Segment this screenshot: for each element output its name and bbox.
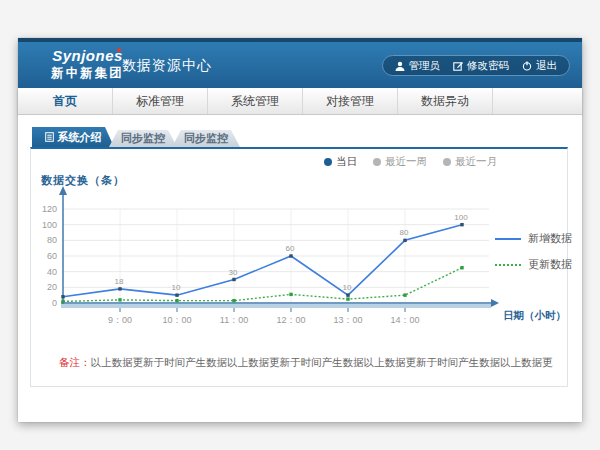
svg-text:日期（小时）: 日期（小时） xyxy=(503,309,566,322)
svg-text:80: 80 xyxy=(400,228,409,237)
range-filter: 当日 最近一周 最近一月 xyxy=(324,155,497,169)
svg-text:60: 60 xyxy=(286,244,295,253)
logo-dot xyxy=(117,48,121,52)
svg-text:18: 18 xyxy=(115,277,124,286)
svg-text:10: 10 xyxy=(343,283,352,292)
solid-line-icon xyxy=(495,238,521,240)
logout-button[interactable]: 退出 xyxy=(522,59,557,73)
edit-icon xyxy=(453,61,463,71)
page-title: 数据资源中心 xyxy=(122,57,212,75)
nav-item-system-mgmt[interactable]: 系统管理 xyxy=(208,88,303,114)
radio-label: 最近一周 xyxy=(385,155,427,169)
change-password-button[interactable]: 修改密码 xyxy=(453,59,509,73)
tab-label: 系统介绍 xyxy=(58,127,102,147)
svg-text:10: 10 xyxy=(172,283,181,292)
radio-last-week[interactable]: 最近一周 xyxy=(373,155,427,169)
chart-panel: 当日 最近一周 最近一月 数据交换（条） 0204060801001209：00… xyxy=(30,147,568,387)
app-header: Synjones 新中新集团 数据资源中心 管理员 修改密码 退出 xyxy=(18,42,582,88)
radio-label: 最近一月 xyxy=(455,155,497,169)
svg-text:9：00: 9：00 xyxy=(108,315,132,325)
power-icon xyxy=(522,61,532,71)
app-window: Synjones 新中新集团 数据资源中心 管理员 修改密码 退出 首页 标准管… xyxy=(18,38,582,422)
svg-text:10：00: 10：00 xyxy=(162,315,191,325)
legend-label: 更新数据 xyxy=(528,257,572,272)
svg-text:12：00: 12：00 xyxy=(276,315,305,325)
radio-label: 当日 xyxy=(336,155,357,169)
chart-legend: 新增数据 更新数据 xyxy=(495,231,572,283)
svg-text:13：00: 13：00 xyxy=(333,315,362,325)
user-menu: 管理员 修改密码 退出 xyxy=(382,55,571,76)
radio-dot-icon xyxy=(324,158,332,166)
tab-sync-monitor-2[interactable]: 同步监控 xyxy=(172,130,240,147)
brand-logo: Synjones 新中新集团 xyxy=(40,47,135,82)
document-icon xyxy=(45,132,54,142)
legend-item-update-data: 更新数据 xyxy=(495,257,572,272)
content-area: 系统介绍 同步监控 同步监控 当日 最近一周 最近一月 数据交换 xyxy=(18,115,582,422)
svg-text:0: 0 xyxy=(52,298,57,308)
radio-today[interactable]: 当日 xyxy=(324,155,357,169)
tab-bar: 系统介绍 同步监控 同步监控 xyxy=(32,127,240,147)
nav-item-interface-mgmt[interactable]: 对接管理 xyxy=(303,88,398,114)
brand-logo-cn: 新中新集团 xyxy=(40,65,135,82)
nav-item-data-change[interactable]: 数据异动 xyxy=(398,88,493,114)
nav-item-standard-mgmt[interactable]: 标准管理 xyxy=(113,88,208,114)
svg-text:40: 40 xyxy=(47,267,57,277)
dotted-line-icon xyxy=(495,264,521,266)
main-nav: 首页 标准管理 系统管理 对接管理 数据异动 xyxy=(18,88,582,115)
footnote-text: 以上数据更新于时间产生数据以上数据更新于时间产生数据以上数据更新于时间产生数据以… xyxy=(91,356,554,368)
svg-text:14：00: 14：00 xyxy=(390,315,419,325)
svg-text:100: 100 xyxy=(42,220,57,230)
svg-text:20: 20 xyxy=(47,282,57,292)
radio-dot-icon xyxy=(443,158,451,166)
footnote: 备注：以上数据更新于时间产生数据以上数据更新于时间产生数据以上数据更新于时间产生… xyxy=(59,356,553,370)
legend-label: 新增数据 xyxy=(528,231,572,246)
svg-text:11：00: 11：00 xyxy=(220,315,248,325)
svg-text:30: 30 xyxy=(229,268,238,277)
svg-text:120: 120 xyxy=(42,204,57,214)
footnote-prefix: 备注： xyxy=(59,356,91,368)
tab-sync-monitor-1[interactable]: 同步监控 xyxy=(109,130,177,147)
radio-last-month[interactable]: 最近一月 xyxy=(443,155,497,169)
tab-system-intro[interactable]: 系统介绍 xyxy=(32,127,114,147)
nav-item-home[interactable]: 首页 xyxy=(18,88,113,114)
svg-text:80: 80 xyxy=(47,235,57,245)
brand-logo-en: Synjones xyxy=(40,47,135,64)
legend-item-new-data: 新增数据 xyxy=(495,231,572,246)
svg-text:100: 100 xyxy=(454,213,468,222)
person-icon xyxy=(395,61,405,71)
user-button[interactable]: 管理员 xyxy=(395,59,441,73)
svg-text:60: 60 xyxy=(47,251,57,261)
radio-dot-icon xyxy=(373,158,381,166)
